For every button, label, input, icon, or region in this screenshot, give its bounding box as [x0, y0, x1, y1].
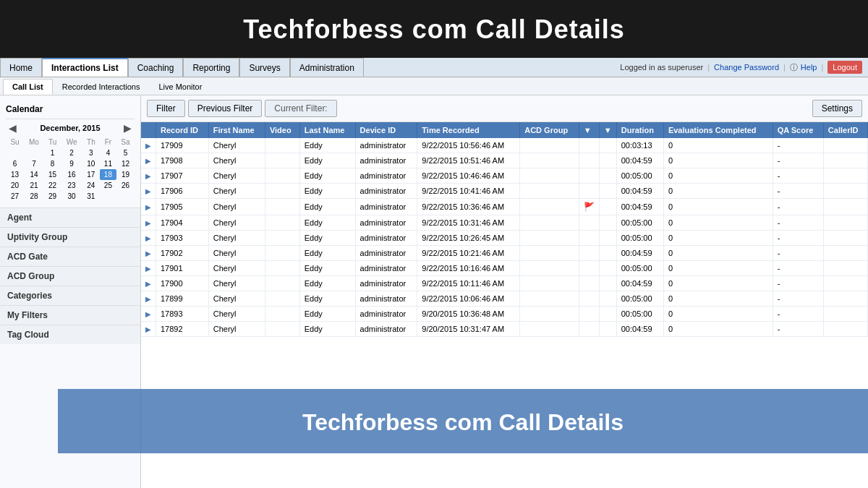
cal-day[interactable]: 5 — [116, 147, 135, 158]
cell-first-name: Cheryl — [208, 261, 265, 276]
cal-day[interactable]: 24 — [82, 180, 100, 191]
cell-play-btn[interactable]: ▶ — [141, 215, 156, 231]
change-password-link[interactable]: Change Password — [714, 63, 779, 72]
cal-day[interactable]: 20 — [6, 180, 24, 191]
cal-day[interactable]: 10 — [82, 158, 100, 169]
cell-play-btn[interactable]: ▶ — [141, 307, 156, 322]
col-caller-id[interactable]: CallerID — [823, 122, 867, 138]
col-qa-score[interactable]: QA Score — [773, 122, 823, 138]
cell-play-btn[interactable]: ▶ — [141, 138, 156, 153]
cal-day[interactable]: 28 — [24, 191, 44, 202]
cal-day[interactable]: 7 — [24, 158, 44, 169]
filter-button[interactable]: Filter — [147, 100, 185, 117]
cell-record-id: 17909 — [156, 138, 209, 153]
top-banner: Techforbess com Call Details — [0, 0, 868, 58]
cell-device-id: administrator — [355, 184, 417, 199]
cal-day[interactable]: 2 — [61, 147, 82, 158]
cal-day[interactable]: 3 — [82, 147, 100, 158]
cell-play-btn[interactable]: ▶ — [141, 261, 156, 276]
cell-record-id: 17892 — [156, 322, 209, 337]
nav-tab-interactions-list[interactable]: Interactions List — [42, 58, 128, 77]
sidebar-section-categories[interactable]: Categories — [0, 286, 140, 305]
col-last-name[interactable]: Last Name — [299, 122, 355, 138]
cal-day[interactable]: 31 — [82, 191, 100, 202]
cal-day[interactable]: 13 — [6, 169, 24, 180]
cal-day[interactable]: 1 — [44, 147, 61, 158]
col-device-id[interactable]: Device ID — [355, 122, 417, 138]
col-first-name[interactable]: First Name — [208, 122, 265, 138]
cell-flag — [579, 261, 599, 276]
cell-play-btn[interactable]: ▶ — [141, 322, 156, 337]
cal-day[interactable]: 14 — [24, 169, 44, 180]
cal-day[interactable]: 16 — [61, 169, 82, 180]
cal-day-header: Sa — [116, 137, 135, 147]
cell-play-btn[interactable]: ▶ — [141, 168, 156, 184]
help-link[interactable]: Help — [801, 63, 817, 72]
cal-week-row: 20212223242526 — [6, 180, 135, 191]
cell-qa-score: - — [773, 215, 823, 231]
sub-tab-call-list[interactable]: Call List — [3, 79, 53, 95]
cell-evals: 0 — [663, 276, 773, 291]
table-row: ▶17908CherylEddyadministrator9/22/2015 1… — [141, 153, 868, 168]
cal-day[interactable]: 11 — [100, 158, 116, 169]
sidebar-section-tag-cloud[interactable]: Tag Cloud — [0, 325, 140, 344]
col-record-id[interactable]: Record ID — [156, 122, 209, 138]
sidebar-section-acd-gate[interactable]: ACD Gate — [0, 247, 140, 266]
cell-play-btn[interactable]: ▶ — [141, 153, 156, 168]
cell-device-id: administrator — [355, 276, 417, 291]
cell-play-btn[interactable]: ▶ — [141, 291, 156, 307]
cal-next-button[interactable]: ▶ — [121, 122, 135, 134]
cal-day[interactable]: 25 — [100, 180, 116, 191]
col-evals[interactable]: Evaluations Completed — [663, 122, 773, 138]
cal-day[interactable]: 29 — [44, 191, 61, 202]
sidebar-section-agent[interactable]: Agent — [0, 207, 140, 227]
cell-first-name: Cheryl — [208, 184, 265, 199]
nav-tab-surveys[interactable]: Surveys — [239, 58, 289, 77]
cell-play-btn[interactable]: ▶ — [141, 199, 156, 215]
cell-record-id: 17900 — [156, 276, 209, 291]
cal-day[interactable]: 18 — [100, 169, 116, 180]
cal-day[interactable]: 8 — [44, 158, 61, 169]
sidebar-section-uptivity-group[interactable]: Uptivity Group — [0, 227, 140, 247]
cal-day[interactable]: 21 — [24, 180, 44, 191]
calendar-grid: SuMoTuWeThFrSa 1234567891011121314151617… — [6, 137, 135, 202]
cell-play-btn[interactable]: ▶ — [141, 276, 156, 291]
cal-day[interactable]: 26 — [116, 180, 135, 191]
cal-prev-button[interactable]: ◀ — [6, 122, 20, 134]
col-time-recorded[interactable]: Time Recorded — [417, 122, 520, 138]
cal-day[interactable]: 15 — [44, 169, 61, 180]
cal-day[interactable]: 30 — [61, 191, 82, 202]
cell-video — [265, 138, 299, 153]
nav-tab-reporting[interactable]: Reporting — [183, 58, 239, 77]
previous-filter-button[interactable]: Previous Filter — [188, 100, 263, 117]
cal-day[interactable]: 23 — [61, 180, 82, 191]
nav-tab-administration[interactable]: Administration — [290, 58, 364, 77]
cal-day[interactable]: 12 — [116, 158, 135, 169]
cal-day[interactable]: 9 — [61, 158, 82, 169]
col-acd-group[interactable]: ACD Group — [520, 122, 579, 138]
cal-day[interactable]: 27 — [6, 191, 24, 202]
sidebar-section-my-filters[interactable]: My Filters — [0, 305, 140, 325]
sidebar-section-acd-group[interactable]: ACD Group — [0, 266, 140, 286]
cell-acd-group — [520, 138, 579, 153]
cell-play-btn[interactable]: ▶ — [141, 246, 156, 261]
sub-tab-live-monitor[interactable]: Live Monitor — [149, 79, 211, 95]
cell-play-btn[interactable]: ▶ — [141, 184, 156, 199]
col-video[interactable]: Video — [265, 122, 299, 138]
nav-tab-coaching[interactable]: Coaching — [128, 58, 184, 77]
cell-caller-id — [823, 246, 867, 261]
cal-day[interactable]: 4 — [100, 147, 116, 158]
cal-day[interactable]: 19 — [116, 169, 135, 180]
cal-day-header: Th — [82, 137, 100, 147]
settings-button[interactable]: Settings — [812, 100, 862, 117]
logout-button[interactable]: Logout — [827, 61, 862, 74]
cal-day[interactable]: 17 — [82, 169, 100, 180]
cal-day[interactable]: 6 — [6, 158, 24, 169]
cell-evals: 0 — [663, 138, 773, 153]
nav-tab-home[interactable]: Home — [0, 58, 42, 77]
cell-record-id: 17906 — [156, 184, 209, 199]
sub-tab-recorded-interactions[interactable]: Recorded Interactions — [53, 79, 150, 95]
cell-play-btn[interactable]: ▶ — [141, 231, 156, 246]
cal-day[interactable]: 22 — [44, 180, 61, 191]
col-duration[interactable]: Duration — [616, 122, 663, 138]
